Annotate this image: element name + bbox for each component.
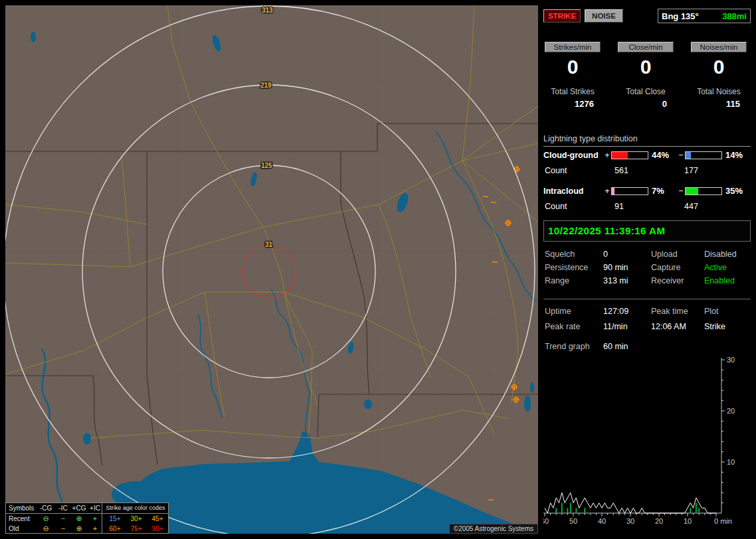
noises-rate-column: Noises/min 0 xyxy=(691,42,747,78)
svg-text:50: 50 xyxy=(569,517,577,525)
svg-text:40: 40 xyxy=(598,517,606,525)
trend-graph-chart: 6050403020100 min302010 xyxy=(543,356,751,539)
age-code-30: 30+ xyxy=(127,514,145,524)
peak-time-label: Peak time xyxy=(651,307,688,316)
squelch-label: Squelch xyxy=(545,250,575,259)
close-per-min-header[interactable]: Close/min xyxy=(618,42,674,52)
trend-graph-label: Trend graph xyxy=(545,342,590,351)
uptime-label: Uptime xyxy=(545,307,571,316)
lightning-map[interactable]: 313 219 125 31 xyxy=(5,5,538,534)
lake xyxy=(31,32,36,42)
minus-icon: − xyxy=(55,524,71,534)
cloud-ground-positive-gauge xyxy=(611,151,648,159)
svg-text:30: 30 xyxy=(626,517,634,525)
total-noises-label: Total Noises xyxy=(691,87,747,96)
capture-label: Capture xyxy=(651,263,680,272)
persistence-value: 90 min xyxy=(603,263,628,272)
legend-old-row: Old ⊖ − ⊕ + 60+ 75+ 90+ xyxy=(6,524,168,534)
age-code-90: 90+ xyxy=(148,524,167,534)
ring-label-31: 31 xyxy=(265,241,273,248)
uptime-value: 127:09 xyxy=(603,307,628,316)
distribution-title: Lightning type distribution xyxy=(543,134,751,147)
noises-per-min-value: 0 xyxy=(691,56,747,78)
cloud-ground-negative-gauge xyxy=(685,151,722,159)
symbol-legend: Symbols -CG -IC +CG +IC Strike age color… xyxy=(5,502,169,534)
total-noises-value: 115 xyxy=(691,99,747,109)
strikes-per-min-value: 0 xyxy=(545,56,601,78)
svg-text:10: 10 xyxy=(727,458,735,466)
persistence-label: Persistence xyxy=(545,263,588,272)
squelch-value: 0 xyxy=(603,250,608,259)
peak-time-value: 12:06 AM xyxy=(651,322,686,331)
strikes-per-min-header[interactable]: Strikes/min xyxy=(545,42,601,52)
minus-icon: − xyxy=(55,514,71,524)
range-label: Range xyxy=(545,276,569,285)
legend-old-label: Old xyxy=(9,524,37,534)
strikes-rate-column: Strikes/min 0 xyxy=(545,42,601,78)
receiver-value: Enabled xyxy=(704,276,735,285)
datetime-display: 10/22/2025 11:39:16 AM xyxy=(543,220,751,242)
ring-label-125: 125 xyxy=(261,162,272,169)
status-row-squelch: Squelch 0 Upload Disabled xyxy=(543,250,751,262)
count-label: Count xyxy=(545,166,567,175)
total-close-value: 0 xyxy=(618,99,674,109)
noises-per-min-header[interactable]: Noises/min xyxy=(691,42,747,52)
lake xyxy=(364,400,372,409)
receiver-label: Receiver xyxy=(651,276,684,285)
map-panel: 313 219 125 31 Symbols -CG -IC +CG +IC S… xyxy=(5,5,538,534)
plus-icon: + xyxy=(87,524,103,534)
side-panel: STRIKE NOISE Bng 135° 388mi Strikes/min … xyxy=(543,0,751,539)
status-row-persistence: Persistence 90 min Capture Active xyxy=(543,263,751,275)
bearing-range-display: Bng 135° 388mi xyxy=(658,9,751,23)
bearing-value: Bng 135° xyxy=(662,11,699,21)
age-code-45: 45+ xyxy=(148,514,167,524)
strike-indicator[interactable]: STRIKE xyxy=(543,9,581,23)
close-rate-column: Close/min 0 xyxy=(618,42,674,78)
gauge-fill xyxy=(686,152,691,159)
noise-indicator[interactable]: NOISE xyxy=(585,9,623,23)
trend-window-value: 60 min xyxy=(603,342,628,351)
coastal-water xyxy=(524,396,531,412)
minus-sign: − xyxy=(677,187,685,196)
intracloud-negative-percent: 35% xyxy=(722,186,751,196)
cloud-ground-negative-percent: 14% xyxy=(722,150,751,160)
close-per-min-value: 0 xyxy=(618,56,674,78)
legend-col-pos-ic: +IC xyxy=(87,503,103,513)
legend-col-pos-cg: +CG xyxy=(71,503,87,513)
intracloud-label: Intracloud xyxy=(543,187,603,196)
legend-col-neg-ic: -IC xyxy=(55,503,71,513)
gauge-fill xyxy=(612,152,628,159)
circle-minus-icon: ⊖ xyxy=(38,524,54,534)
count-label: Count xyxy=(545,202,567,211)
session-row-1: Uptime 127:09 Peak time Plot xyxy=(543,307,751,319)
total-strikes-value: 1276 xyxy=(545,99,601,109)
cloud-ground-neg-count: 177 xyxy=(684,166,698,175)
peak-rate-label: Peak rate xyxy=(545,322,581,331)
intracloud-count-row: Count 91 447 xyxy=(543,202,751,212)
session-row-2: Peak rate 11/min 12:06 AM Strike xyxy=(543,322,751,334)
svg-text:10: 10 xyxy=(684,517,692,525)
age-code-75: 75+ xyxy=(127,524,145,534)
intracloud-positive-gauge xyxy=(611,187,648,195)
cloud-ground-count-row: Count 561 177 xyxy=(543,166,751,177)
lake xyxy=(83,433,91,445)
section-divider xyxy=(543,299,751,299)
total-strikes-label: Total Strikes xyxy=(545,87,601,96)
plot-value: Strike xyxy=(704,322,725,331)
peak-rate-value: 11/min xyxy=(603,322,628,331)
legend-age-title: Strike age color codes xyxy=(104,503,167,513)
trend-graph-row: Trend graph 60 min xyxy=(543,342,751,354)
circle-plus-icon: ⊕ xyxy=(71,514,87,524)
intracloud-neg-count: 447 xyxy=(684,202,698,211)
legend-header-row: Symbols -CG -IC +CG +IC Strike age color… xyxy=(6,503,168,513)
upload-value: Disabled xyxy=(704,250,737,259)
plot-label: Plot xyxy=(704,307,719,316)
status-row-range: Range 313 mi Receiver Enabled xyxy=(543,276,751,288)
upload-label: Upload xyxy=(651,250,678,259)
plus-sign: + xyxy=(603,151,611,160)
cloud-ground-row: Cloud-ground + 44% − 14% xyxy=(543,150,751,160)
intracloud-positive-percent: 7% xyxy=(648,186,677,196)
ring-label-313: 313 xyxy=(262,7,273,14)
plus-icon: + xyxy=(87,514,103,524)
copyright-credit: ©2005 Astrogenic Systems xyxy=(449,524,538,534)
